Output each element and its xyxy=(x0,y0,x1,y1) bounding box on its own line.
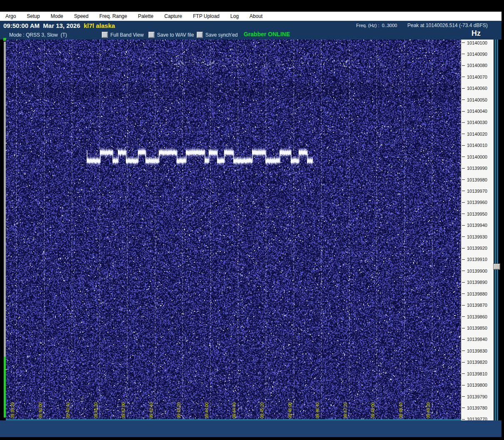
freq-tick-label: 10140000 xyxy=(462,154,487,159)
checkbox-save-to-wav-file[interactable] xyxy=(148,32,155,38)
freq-tick-mark xyxy=(462,351,465,351)
menu-item-log[interactable]: Log xyxy=(225,12,244,20)
callsign-label: kl7l alaska xyxy=(84,22,115,29)
freq-tick-label: 10139910 xyxy=(462,257,487,262)
time-tick-label: 09:40:00 xyxy=(38,398,43,418)
time-tick-label: 09:40:40 xyxy=(66,398,70,418)
checkbox-group-save-to-wav-file: Save to WAV file xyxy=(148,32,194,38)
freq-tick-mark xyxy=(462,225,465,226)
freq-tick-label: 10139960 xyxy=(462,200,487,205)
checkbox-label: Full Band View xyxy=(110,32,144,38)
hz-axis-title: Hz xyxy=(472,29,481,38)
freq-tick-mark xyxy=(462,282,465,283)
time-tick-label: 09:43:20 xyxy=(177,398,181,418)
status-bar: Visual Gain AgcLoHi 40/100 40/100 Sensit… xyxy=(0,420,502,437)
freq-tick-mark xyxy=(462,316,465,317)
freq-tick-mark xyxy=(462,99,465,100)
menu-item-argo[interactable]: Argo xyxy=(0,12,21,20)
freq-tick-mark xyxy=(462,202,465,203)
time-tick-label: 09:49:20 xyxy=(426,398,431,418)
time-tick-label: 09:45:20 xyxy=(260,398,264,418)
freq-tick-label: 10139870 xyxy=(462,303,487,308)
menu-bar: ArgoSetupModeSpeedFreq. RangePaletteCapt… xyxy=(0,12,502,21)
menu-item-ftp-upload[interactable]: FTP Upload xyxy=(187,12,225,20)
freq-tick-label: 10139920 xyxy=(462,246,487,251)
menu-item-capture[interactable]: Capture xyxy=(159,12,188,20)
freq-tick-mark xyxy=(462,88,465,89)
freq-tick-mark xyxy=(462,145,465,146)
freq-tick-mark xyxy=(462,122,465,123)
freq-tick-mark xyxy=(462,248,465,249)
freq-tick-label: 10139980 xyxy=(462,177,487,182)
freq-tick-label: 10139800 xyxy=(462,383,487,388)
freq-tick-label: 10140060 xyxy=(462,86,487,91)
mode-label: Mode : QRSS 3, Slow (T) xyxy=(9,32,67,38)
freq-tick-mark xyxy=(462,373,465,374)
checkbox-group-save-synch-ed: Save synch'ed xyxy=(197,32,238,38)
checkbox-save-synch-ed[interactable] xyxy=(197,32,203,38)
time-tick-label: 09:47:20 xyxy=(343,398,348,418)
clock-date: 09:50:00 AM Mar 13, 2026 xyxy=(3,22,80,29)
freq-tick-mark xyxy=(462,134,465,134)
freq-tick-mark xyxy=(462,385,465,385)
frequency-scale: 1014010010140090101400801014007010140060… xyxy=(461,40,494,421)
freq-tick-mark xyxy=(462,259,465,260)
freq-tick-mark xyxy=(462,77,465,77)
freq-tick-label: 10139990 xyxy=(462,166,487,171)
freq-tick-label: 10140100 xyxy=(462,40,487,45)
freq-tick-label: 10139830 xyxy=(462,348,487,353)
checkbox-label: Save synch'ed xyxy=(205,32,238,38)
freq-tick-label: 10139840 xyxy=(462,337,487,342)
freq-tick-mark xyxy=(462,54,465,54)
freq-tick-label: 10140040 xyxy=(462,109,487,114)
peak-readout: Peak at 10140026.514 (-73.4 dBFS) xyxy=(407,22,488,28)
freq-tick-mark xyxy=(462,328,465,328)
freq-tick-label: 10139970 xyxy=(462,188,487,194)
frequency-scrollbar-track[interactable] xyxy=(494,40,499,420)
freq-tick-mark xyxy=(462,236,465,237)
menu-item-speed[interactable]: Speed xyxy=(69,12,94,20)
menu-item-freq-range[interactable]: Freq. Range xyxy=(94,12,132,20)
freq-tick-label: 10140010 xyxy=(462,143,487,148)
freq-tick-mark xyxy=(462,65,465,66)
freq-tick-label: 10140080 xyxy=(462,63,487,68)
freq-tick-mark xyxy=(462,111,465,112)
freq-tick-mark xyxy=(462,157,465,157)
menu-item-setup[interactable]: Setup xyxy=(21,12,45,20)
freq-tick-mark xyxy=(462,339,465,340)
checkbox-group-full-band-view: Full Band View xyxy=(102,32,144,38)
freq-tick-mark xyxy=(462,305,465,306)
time-tick-label: 09:46:40 xyxy=(315,398,320,418)
title-row: 09:50:00 AM Mar 13, 2026 kl7l alaska Fre… xyxy=(0,21,502,30)
menu-item-about[interactable]: About xyxy=(244,12,268,20)
frequency-scrollbar-thumb[interactable] xyxy=(493,264,500,270)
time-tick-label: 09:48:00 xyxy=(371,398,375,418)
freq-tick-label: 10140070 xyxy=(462,74,487,80)
menu-item-mode[interactable]: Mode xyxy=(45,12,69,20)
argo-window: ArgoSetupModeSpeedFreq. RangePaletteCapt… xyxy=(0,0,504,440)
freq-tick-mark xyxy=(462,42,465,43)
freq-tick-mark xyxy=(462,396,465,397)
time-tick-label: 09:39:20 xyxy=(10,398,15,418)
time-tick-label: 09:46:00 xyxy=(288,398,292,418)
freq-tick-mark xyxy=(462,408,465,408)
freq-tick-label: 10139890 xyxy=(462,280,487,285)
checkbox-full-band-view[interactable] xyxy=(102,32,108,38)
freq-tick-label: 10139940 xyxy=(462,223,487,228)
freq-tick-label: 10139950 xyxy=(462,211,487,216)
freq-tick-mark xyxy=(462,271,465,271)
time-tick-label: 09:42:40 xyxy=(149,398,154,418)
menu-item-palette[interactable]: Palette xyxy=(132,12,159,20)
mode-row: Mode : QRSS 3, Slow (T) Grabber ONLINE F… xyxy=(0,30,502,40)
freq-tick-mark xyxy=(462,191,465,191)
freq-tick-mark xyxy=(462,214,465,214)
freq-tick-label: 10140020 xyxy=(462,131,487,137)
freq-tick-mark xyxy=(462,168,465,169)
spectrogram-canvas xyxy=(6,40,461,420)
freq-tick-label: 10140050 xyxy=(462,97,487,102)
freq-tick-mark xyxy=(462,419,465,420)
freq-tick-label: 10139780 xyxy=(462,405,487,410)
freq-tick-label: 10139810 xyxy=(462,371,487,376)
freq-tick-mark xyxy=(462,362,465,363)
time-tick-label: 09:44:00 xyxy=(205,398,209,418)
